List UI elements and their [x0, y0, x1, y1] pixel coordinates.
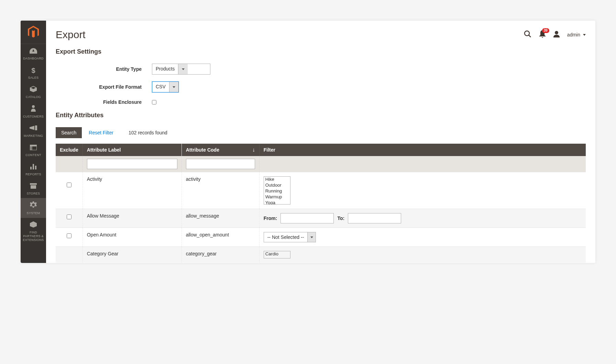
nav-label: CONTENT [24, 153, 43, 157]
nav-stores[interactable]: STORES [21, 179, 46, 198]
exclude-checkbox[interactable] [67, 183, 72, 187]
entity-type-label: Entity Type [56, 66, 152, 72]
user-icon [553, 31, 560, 39]
layout-icon [30, 144, 37, 152]
filter-multiselect[interactable]: Cardio Electronic [264, 251, 290, 258]
fields-enclosure-checkbox[interactable] [152, 100, 156, 104]
gear-icon [30, 201, 37, 210]
nav-label: CUSTOMERS [22, 115, 45, 119]
nav-content[interactable]: CONTENT [21, 141, 46, 160]
option[interactable]: Running [264, 188, 290, 194]
attr-label: Category Gear [82, 247, 182, 263]
table-row: Category Gear category_gear Cardio Elect… [56, 247, 586, 263]
table-row: Allow Message allow_message From: To: [56, 209, 586, 228]
exclude-checkbox[interactable] [67, 233, 72, 238]
nav-label: SALES [27, 76, 40, 80]
reset-filter-link[interactable]: Reset Filter [89, 130, 113, 135]
nav-label: REPORTS [24, 173, 42, 176]
user-name: admin [567, 32, 580, 37]
col-code-text: Attribute Code [186, 147, 219, 153]
bars-icon [30, 163, 36, 171]
range-from-input[interactable] [280, 213, 334, 223]
table-row: Open Amount allow_open_amount -- Not Sel… [56, 228, 586, 247]
nav-label: DASHBOARD [22, 57, 45, 60]
select-value: CSV [152, 82, 169, 92]
dollar-icon: $ [31, 67, 35, 75]
search-icon[interactable] [524, 30, 531, 39]
search-button[interactable]: Search [56, 127, 82, 138]
nav-dashboard[interactable]: DASHBOARD [21, 44, 46, 63]
nav-marketing[interactable]: MARKETING [21, 121, 46, 141]
entity-type-select[interactable]: Products [152, 64, 210, 75]
magento-logo-icon [28, 26, 39, 39]
app-frame: DASHBOARD $ SALES CATALOG CUSTOMERS MARK… [21, 21, 595, 263]
main-content: Export 39 admin Export Settings Entit [46, 21, 595, 263]
dashboard-icon [30, 47, 37, 55]
filter-code-input[interactable] [186, 159, 255, 169]
magento-logo[interactable] [21, 21, 46, 44]
filter-select[interactable]: -- Not Selected -- [264, 232, 316, 242]
svg-point-7 [525, 31, 529, 36]
col-label[interactable]: Attribute Label [82, 144, 182, 156]
puzzle-icon [30, 221, 37, 229]
chevron-down-icon [307, 232, 316, 242]
col-filter[interactable]: Filter [259, 144, 586, 156]
option[interactable]: Warmup [264, 194, 290, 200]
fields-enclosure-row: Fields Enclosure [56, 99, 586, 105]
filter-range: From: To: [264, 213, 582, 223]
chevron-down-icon [583, 34, 586, 36]
svg-point-0 [32, 105, 35, 108]
option[interactable]: Electronic [264, 257, 290, 258]
svg-rect-3 [30, 146, 32, 150]
attr-code: category_gear [182, 247, 259, 263]
attr-label: Activity [82, 172, 182, 209]
col-code[interactable]: Attribute Code↓ [182, 144, 259, 156]
option[interactable]: Outdoor [264, 183, 290, 188]
attr-code: allow_open_amount [182, 228, 259, 247]
col-exclude[interactable]: Exclude [56, 144, 82, 156]
nav-label: STORES [25, 192, 42, 196]
topbar: Export 39 admin [46, 21, 595, 41]
notification-badge: 39 [542, 28, 549, 33]
chevron-down-icon [169, 82, 178, 92]
option[interactable]: Hike [264, 177, 290, 183]
nav-system[interactable]: SYSTEM [21, 198, 46, 218]
range-to-input[interactable] [348, 213, 401, 223]
bell-icon [539, 33, 546, 39]
filter-multiselect[interactable]: Hike Outdoor Running Warmup Yoga [264, 176, 290, 205]
svg-rect-4 [30, 167, 32, 169]
page-title: Export [56, 29, 86, 41]
notifications-button[interactable]: 39 [539, 30, 546, 39]
nav-sales[interactable]: $ SALES [21, 63, 46, 82]
sort-arrow-icon: ↓ [252, 147, 255, 153]
nav-label: MARKETING [22, 134, 44, 138]
filter-label-input[interactable] [87, 159, 177, 169]
nav-label: FIND PARTNERS & EXTENSIONS [21, 231, 46, 242]
nav-customers[interactable]: CUSTOMERS [21, 101, 46, 121]
nav-reports[interactable]: REPORTS [21, 160, 46, 179]
select-value: -- Not Selected -- [264, 232, 308, 242]
records-found: 102 records found [129, 130, 167, 135]
megaphone-icon [30, 125, 37, 133]
option[interactable]: Yoga [264, 200, 290, 205]
option[interactable]: Cardio [264, 251, 290, 257]
nav-partners[interactable]: FIND PARTNERS & EXTENSIONS [21, 218, 46, 244]
exclude-checkbox[interactable] [67, 214, 72, 219]
file-format-select[interactable]: CSV [152, 81, 179, 92]
sidebar: DASHBOARD $ SALES CATALOG CUSTOMERS MARK… [21, 21, 46, 263]
store-icon [30, 183, 37, 190]
entity-attributes-title: Entity Attributes [56, 112, 586, 119]
person-icon [31, 105, 36, 113]
chevron-down-icon [178, 64, 188, 74]
nav-label: CATALOG [24, 95, 42, 99]
filter-row [56, 156, 586, 172]
attributes-toolbar: Search Reset Filter 102 records found [56, 127, 586, 138]
fields-enclosure-label: Fields Enclosure [56, 99, 152, 105]
user-menu[interactable]: admin [567, 32, 586, 37]
svg-rect-6 [35, 166, 36, 169]
nav-catalog[interactable]: CATALOG [21, 82, 46, 102]
attr-code: allow_message [182, 209, 259, 228]
select-value: Products [152, 64, 178, 74]
attr-code: activity [182, 172, 259, 209]
svg-line-8 [529, 35, 531, 37]
